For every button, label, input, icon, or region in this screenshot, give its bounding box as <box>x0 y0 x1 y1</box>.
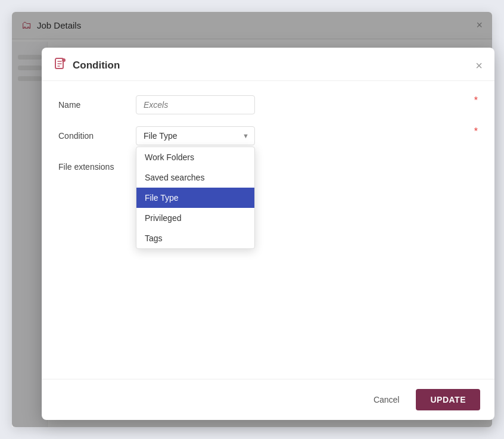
condition-dropdown-wrapper: File Type ▼ <box>136 126 255 145</box>
modal-title-text: Condition <box>73 60 120 71</box>
condition-modal: Condition × Name * Condition File Type <box>42 48 494 420</box>
condition-selected-value: File Type <box>144 131 178 141</box>
condition-field: File Type ▼ Work Folders Saved searches <box>136 126 471 145</box>
modal-body: Name * Condition File Type ▼ <box>42 81 494 379</box>
update-button[interactable]: UPDATE <box>416 389 480 410</box>
name-input[interactable] <box>136 95 255 114</box>
name-required-star: * <box>474 95 478 106</box>
dropdown-item-file-type[interactable]: File Type <box>136 188 254 208</box>
dropdown-item-work-folders[interactable]: Work Folders <box>136 147 254 167</box>
dropdown-item-privileged[interactable]: Privileged <box>136 208 254 228</box>
modal-footer: Cancel UPDATE <box>42 379 494 420</box>
name-label: Name <box>58 95 136 110</box>
modal-close-button[interactable]: × <box>475 60 483 71</box>
file-extensions-row: File extensions <box>58 157 478 172</box>
condition-dropdown[interactable]: File Type <box>136 126 255 145</box>
svg-point-1 <box>62 58 66 62</box>
condition-row: Condition File Type ▼ Work Folders <box>58 126 478 145</box>
dropdown-item-saved-searches[interactable]: Saved searches <box>136 167 254 188</box>
file-extensions-label: File extensions <box>58 157 136 172</box>
dropdown-item-tags[interactable]: Tags <box>136 228 254 248</box>
background-window: 🗂 Job Details × Cancel SAVE AS NEW <box>12 12 492 427</box>
condition-dropdown-menu: Work Folders Saved searches File Type Pr… <box>136 147 255 249</box>
condition-icon <box>54 57 67 73</box>
condition-label: Condition <box>58 126 136 141</box>
cancel-button[interactable]: Cancel <box>364 390 409 409</box>
name-row: Name * <box>58 95 478 114</box>
modal-title: Condition <box>54 57 120 73</box>
condition-required-star: * <box>474 126 478 137</box>
name-field <box>136 95 471 114</box>
modal-header: Condition × <box>42 48 494 81</box>
